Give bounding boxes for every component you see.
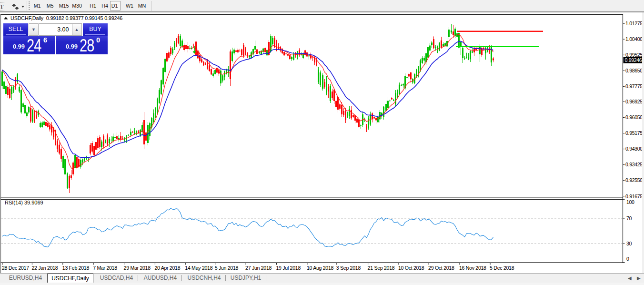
svg-text:13 Feb 2018: 13 Feb 2018 — [62, 265, 90, 271]
svg-text:30: 30 — [626, 241, 632, 246]
svg-text:1.01275: 1.01275 — [625, 20, 643, 26]
svg-text:3 Sep 2018: 3 Sep 2018 — [336, 265, 361, 271]
svg-text:100: 100 — [626, 199, 634, 205]
svg-text:USDCHF,Daily 0.99182 0.99377: USDCHF,Daily 0.99182 0.99377 0.99145 0.9… — [10, 15, 122, 21]
svg-text:7 Mar 2018: 7 Mar 2018 — [93, 265, 117, 271]
svg-text:0.93425: 0.93425 — [625, 162, 643, 167]
svg-text:10 Aug 2018: 10 Aug 2018 — [307, 265, 334, 271]
svg-text:0.91675: 0.91675 — [625, 193, 643, 199]
svg-text:0.98650: 0.98650 — [625, 68, 643, 73]
svg-text:14 May 2018: 14 May 2018 — [185, 265, 212, 271]
svg-text:0.95175: 0.95175 — [625, 130, 643, 136]
svg-text:29 Mar 2018: 29 Mar 2018 — [124, 265, 151, 271]
svg-text:0.97775: 0.97775 — [625, 83, 643, 89]
svg-text:0.94300: 0.94300 — [625, 146, 643, 152]
svg-text:16 Nov 2018: 16 Nov 2018 — [459, 265, 486, 271]
svg-text:70: 70 — [626, 215, 632, 221]
svg-text:10 Oct 2018: 10 Oct 2018 — [398, 265, 424, 271]
svg-text:20 Apr 2018: 20 Apr 2018 — [154, 265, 180, 271]
svg-text:0.96925: 0.96925 — [625, 99, 643, 104]
svg-text:0.99246: 0.99246 — [625, 57, 642, 63]
svg-text:27 Jun 2018: 27 Jun 2018 — [245, 265, 272, 271]
svg-text:19 Jul 2018: 19 Jul 2018 — [276, 265, 301, 271]
svg-text:5 Jun 2018: 5 Jun 2018 — [215, 265, 239, 271]
svg-text:0.96050: 0.96050 — [625, 114, 643, 120]
svg-text:0.92550: 0.92550 — [625, 177, 643, 183]
svg-text:5 Dec 2018: 5 Dec 2018 — [490, 265, 514, 271]
svg-text:1.00400: 1.00400 — [625, 36, 643, 42]
svg-text:0: 0 — [626, 256, 629, 262]
svg-text:22 Jan 2018: 22 Jan 2018 — [31, 265, 58, 271]
svg-text:21 Sep 2018: 21 Sep 2018 — [368, 265, 395, 271]
svg-text:29 Oct 2018: 29 Oct 2018 — [428, 265, 454, 271]
svg-text:28 Dec 2017: 28 Dec 2017 — [2, 265, 29, 271]
svg-text:RSI(14) 39.9069: RSI(14) 39.9069 — [5, 200, 43, 205]
